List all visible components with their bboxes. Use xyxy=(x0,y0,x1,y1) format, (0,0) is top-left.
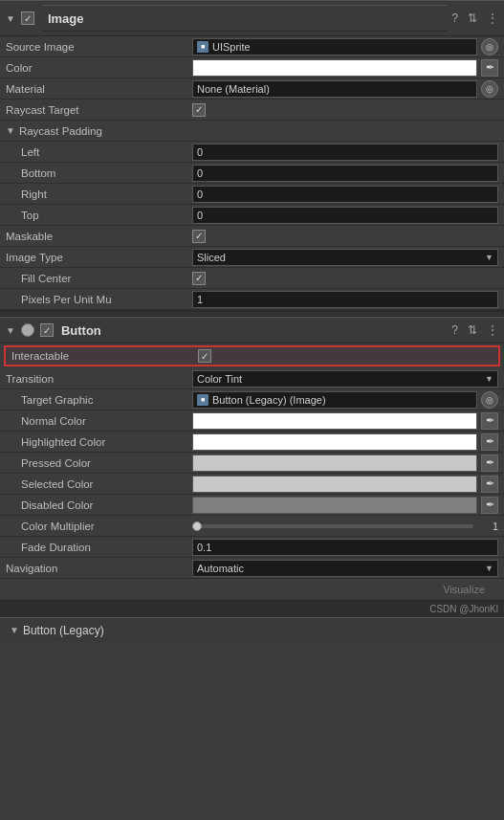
pressed-color-label: Pressed Color xyxy=(6,457,192,469)
color-swatch[interactable] xyxy=(192,59,477,77)
disabled-color-field-row: ✒ xyxy=(192,497,498,514)
left-label: Left xyxy=(6,146,192,158)
bottom-value xyxy=(192,165,498,182)
image-active-checkbox[interactable]: ✓ xyxy=(21,11,34,25)
highlighted-color-swatch[interactable] xyxy=(192,433,477,451)
transition-dropdown[interactable]: Color Tint ▼ xyxy=(192,370,498,388)
selected-color-label: Selected Color xyxy=(6,478,192,490)
highlighted-color-row: Highlighted Color ✒ xyxy=(0,432,504,453)
top-input[interactable] xyxy=(192,207,498,224)
image-help-icon[interactable]: ? xyxy=(451,11,458,25)
normal-color-eyedropper[interactable]: ✒ xyxy=(481,412,498,430)
image-fold-arrow[interactable]: ▼ xyxy=(6,13,15,24)
normal-color-swatch[interactable] xyxy=(192,412,477,430)
color-label: Color xyxy=(6,62,192,74)
color-multiplier-label: Color Multiplier xyxy=(6,521,192,532)
material-text: None (Material) xyxy=(197,83,472,95)
color-multiplier-thumb[interactable] xyxy=(192,521,202,531)
normal-color-value: ✒ xyxy=(192,412,498,430)
disabled-color-row: Disabled Color ✒ xyxy=(0,495,504,516)
source-image-text: UISprite xyxy=(212,41,472,53)
pixels-per-unit-input[interactable] xyxy=(192,291,498,308)
button-more-icon[interactable]: ⋮ xyxy=(487,323,498,337)
button-panel: ▼ ✓ Button ? ⇅ ⋮ Interactable ✓ Transiti… xyxy=(0,317,504,601)
navigation-value: Automatic ▼ xyxy=(192,560,498,577)
target-graphic-text: Button (Legacy) (Image) xyxy=(212,394,472,406)
color-value: ✒ xyxy=(192,59,498,77)
image-type-value: Sliced ▼ xyxy=(192,249,498,266)
source-image-field[interactable]: ■ UISprite xyxy=(192,38,477,55)
selected-color-value: ✒ xyxy=(192,476,498,493)
top-label: Top xyxy=(6,210,192,221)
footer-credit: CSDN @JhonKl xyxy=(429,604,498,614)
disabled-color-eyedropper[interactable]: ✒ xyxy=(481,497,498,514)
raycast-target-row: Raycast Target ✓ xyxy=(0,100,504,121)
right-value xyxy=(192,186,498,203)
highlighted-color-eyedropper[interactable]: ✒ xyxy=(481,433,498,451)
material-field[interactable]: None (Material) xyxy=(192,80,477,98)
image-panel-header: ▼ ✓ Image ? ⇅ ⋮ xyxy=(0,0,504,36)
disabled-color-label: Disabled Color xyxy=(6,499,192,511)
target-graphic-pick-btn[interactable]: ◎ xyxy=(481,391,498,409)
image-type-dropdown[interactable]: Sliced ▼ xyxy=(192,249,498,266)
source-image-label: Source Image xyxy=(6,41,192,53)
raycast-padding-row: ▼ Raycast Padding xyxy=(0,121,504,142)
fill-center-checkbox[interactable]: ✓ xyxy=(192,272,206,285)
color-multiplier-track[interactable] xyxy=(192,524,473,528)
normal-color-field-row: ✒ xyxy=(192,412,498,430)
left-value xyxy=(192,144,498,161)
interactable-value: ✓ xyxy=(198,349,493,363)
material-pick-btn[interactable]: ◎ xyxy=(481,80,498,98)
target-graphic-field[interactable]: ■ Button (Legacy) (Image) xyxy=(192,391,477,409)
image-more-icon[interactable]: ⋮ xyxy=(487,11,498,25)
fade-duration-row: Fade Duration xyxy=(0,537,504,558)
bottom-tab-arrow[interactable]: ▼ xyxy=(10,625,19,635)
target-graphic-row: Target Graphic ■ Button (Legacy) (Image)… xyxy=(0,389,504,410)
bottom-input[interactable] xyxy=(192,165,498,182)
right-input[interactable] xyxy=(192,186,498,203)
pressed-color-row: Pressed Color ✒ xyxy=(0,453,504,474)
selected-color-swatch[interactable] xyxy=(192,476,477,493)
raycast-target-checkbox[interactable]: ✓ xyxy=(192,103,206,117)
maskable-row: Maskable ✓ xyxy=(0,226,504,247)
maskable-checkbox[interactable]: ✓ xyxy=(192,230,206,243)
fill-center-value: ✓ xyxy=(192,272,498,285)
fill-center-label: Fill Center xyxy=(6,273,192,284)
interactable-checkbox[interactable]: ✓ xyxy=(198,349,211,363)
source-image-pick-btn[interactable]: ◎ xyxy=(481,38,498,55)
fade-duration-label: Fade Duration xyxy=(6,542,192,553)
image-type-row: Image Type Sliced ▼ xyxy=(0,247,504,268)
image-panel-title: Image xyxy=(42,5,448,32)
left-input[interactable] xyxy=(192,144,498,161)
pressed-color-swatch[interactable] xyxy=(192,454,477,472)
bottom-row: Bottom xyxy=(0,163,504,184)
bottom-label: Bottom xyxy=(6,167,192,179)
selected-color-row: Selected Color ✒ xyxy=(0,474,504,495)
color-row: Color ✒ xyxy=(0,57,504,78)
button-fold-arrow[interactable]: ▼ xyxy=(6,325,15,336)
fade-duration-input[interactable] xyxy=(192,539,498,556)
interactable-label: Interactable xyxy=(11,350,198,362)
raycast-target-value: ✓ xyxy=(192,103,498,117)
bottom-tab[interactable]: ▼ Button (Legacy) xyxy=(0,617,504,642)
button-help-icon[interactable]: ? xyxy=(451,323,458,337)
visualize-hint-row: Visualize xyxy=(0,579,504,600)
image-adjust-icon[interactable]: ⇅ xyxy=(468,11,477,25)
transition-text: Color Tint xyxy=(197,373,485,385)
raycast-padding-fold[interactable]: ▼ xyxy=(6,125,15,136)
image-panel-header-icons: ? ⇅ ⋮ xyxy=(451,11,498,25)
navigation-label: Navigation xyxy=(6,563,192,574)
color-eyedropper-btn[interactable]: ✒ xyxy=(481,59,498,77)
disabled-color-swatch[interactable] xyxy=(192,497,477,514)
button-adjust-icon[interactable]: ⇅ xyxy=(468,323,477,337)
transition-arrow: ▼ xyxy=(485,374,493,384)
pressed-color-eyedropper[interactable]: ✒ xyxy=(481,454,498,472)
navigation-dropdown[interactable]: Automatic ▼ xyxy=(192,560,498,577)
color-field-row: ✒ xyxy=(192,59,498,77)
material-label: Material xyxy=(6,83,192,95)
highlighted-color-field-row: ✒ xyxy=(192,433,498,451)
disabled-color-value: ✒ xyxy=(192,497,498,514)
button-active-checkbox[interactable]: ✓ xyxy=(40,323,54,337)
selected-color-eyedropper[interactable]: ✒ xyxy=(481,476,498,493)
raycast-padding-label: Raycast Padding xyxy=(19,125,206,137)
